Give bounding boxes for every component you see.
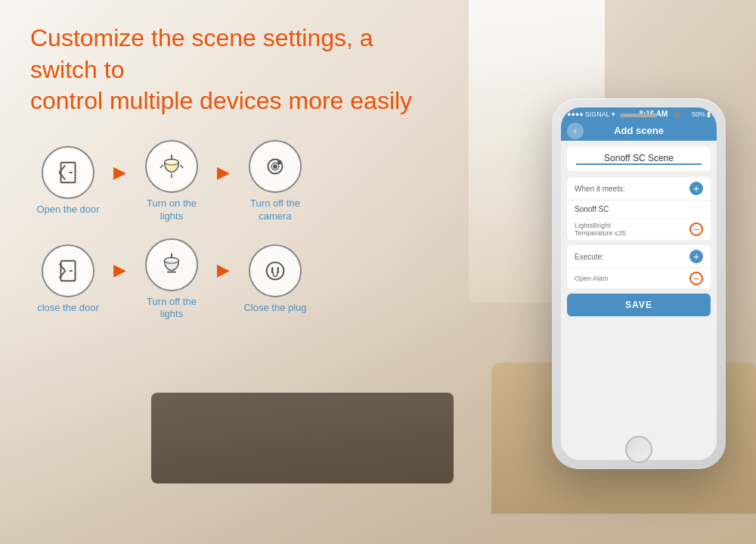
open-door-icon-circle — [42, 146, 94, 199]
svg-point-9 — [274, 165, 277, 168]
headline-line2: control multiple devices more easily — [30, 87, 412, 114]
phone-speaker — [620, 113, 658, 117]
add-condition-button[interactable]: + — [689, 182, 703, 195]
arrow-3: ▶ — [113, 260, 126, 280]
light-on-icon — [157, 152, 186, 181]
execute-section: Execute: + Open Alam − — [567, 245, 711, 289]
turn-off-lights-label: Turn off the lights — [138, 296, 206, 322]
scene-item-open-door: Open the door — [30, 146, 106, 216]
door-open-icon — [54, 158, 82, 187]
phone-camera-dot — [674, 112, 680, 118]
nav-title: Add scene — [614, 125, 664, 136]
battery-icon: ▮ — [707, 110, 711, 118]
remove-condition-button[interactable]: − — [689, 222, 703, 236]
scene-item-close-plug: Close the plug — [237, 244, 313, 315]
status-battery: 50% ▮ — [692, 110, 711, 118]
app-content[interactable]: When it meets: + Sonoff SC LightsBrightT… — [561, 141, 717, 460]
signal-label: SIGNAL — [585, 110, 610, 118]
scene-item-turn-off-lights: Turn off the lights — [134, 238, 209, 322]
scene-item-close-door: close the door — [30, 244, 106, 315]
open-door-label: Open the door — [36, 204, 99, 216]
execute-value: Open Alam — [575, 275, 609, 282]
phone-home-button[interactable] — [625, 436, 652, 463]
save-section: SAVE — [567, 294, 711, 316]
when-it-meets-section: When it meets: + Sonoff SC LightsBrightT… — [567, 177, 711, 241]
svg-point-10 — [278, 160, 281, 163]
turn-off-camera-label: Turn off the camera — [241, 197, 309, 223]
when-it-meets-label: When it meets: — [575, 185, 625, 193]
scene-item-turn-off-camera: Turn off the camera — [237, 140, 313, 223]
close-plug-label: Close the plug — [243, 302, 306, 315]
sonoff-sc-item: Sonoff SC — [567, 201, 711, 219]
condition-detail: LightsBrightTemperature ≤35 — [575, 222, 626, 237]
door-close-icon — [54, 256, 82, 285]
condition-detail-item: LightsBrightTemperature ≤35 − — [567, 219, 711, 241]
turn-off-lights-icon-circle — [145, 238, 198, 291]
app-nav-bar: ‹ Add scene — [561, 120, 717, 141]
svg-rect-0 — [61, 163, 76, 183]
turn-off-camera-icon-circle — [249, 140, 302, 193]
plug-icon — [261, 256, 290, 285]
turn-on-lights-label: Turn on the lights — [138, 197, 206, 223]
status-signal: ●●●● SIGNAL ▾ — [567, 110, 615, 118]
turn-on-lights-icon-circle — [145, 140, 198, 193]
remove-execute-button[interactable]: − — [689, 272, 703, 285]
signal-bars: ●●●● — [567, 110, 584, 118]
battery-label: 50% — [692, 110, 705, 118]
arrow-4: ▶ — [217, 260, 230, 280]
back-button[interactable]: ‹ — [567, 123, 584, 139]
execute-header: Execute: + — [567, 245, 711, 269]
svg-line-4 — [160, 165, 163, 168]
arrow-2: ▶ — [217, 163, 230, 182]
close-door-label: close the door — [37, 302, 99, 315]
svg-rect-11 — [61, 261, 76, 281]
when-it-meets-header: When it meets: + — [567, 177, 711, 201]
arrow-1: ▶ — [113, 163, 126, 182]
phone-mockup: ●●●● SIGNAL ▾ 8:16 AM 50% ▮ ‹ Add scene — [552, 98, 726, 469]
camera-icon — [261, 152, 290, 181]
headline-line1: Customize the scene settings, a switch t… — [30, 24, 373, 83]
light-off-icon — [157, 250, 186, 279]
scene-name-input[interactable] — [576, 153, 702, 165]
svg-line-5 — [180, 165, 183, 168]
execute-detail-item: Open Alam − — [567, 269, 711, 289]
sonoff-sc-value: Sonoff SC — [575, 205, 609, 213]
phone-body: ●●●● SIGNAL ▾ 8:16 AM 50% ▮ ‹ Add scene — [552, 98, 726, 469]
scene-item-turn-on-lights: Turn on the lights — [134, 140, 209, 223]
scene-name-section — [567, 147, 711, 171]
add-execute-button[interactable]: + — [689, 250, 703, 263]
page-headline: Customize the scene settings, a switch t… — [30, 23, 446, 117]
phone-screen: ●●●● SIGNAL ▾ 8:16 AM 50% ▮ ‹ Add scene — [561, 107, 717, 460]
close-plug-icon-circle — [249, 244, 302, 297]
wifi-icon: ▾ — [612, 110, 615, 118]
execute-label: Execute: — [575, 253, 604, 261]
save-button[interactable]: SAVE — [567, 294, 711, 316]
close-door-icon-circle — [42, 244, 94, 297]
